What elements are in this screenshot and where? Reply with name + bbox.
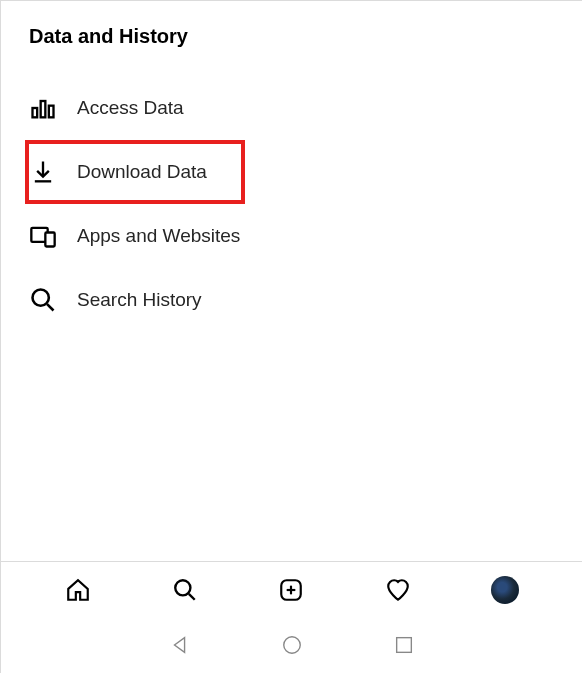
svg-point-9 [175, 580, 190, 595]
system-nav [1, 617, 582, 673]
menu-item-download-data[interactable]: Download Data [25, 140, 245, 204]
svg-rect-6 [45, 233, 54, 247]
bottom-nav [1, 561, 582, 617]
svg-point-15 [283, 637, 300, 654]
new-post-icon[interactable] [277, 576, 305, 604]
search-nav-icon[interactable] [171, 576, 199, 604]
bar-chart-icon [29, 94, 57, 122]
menu-label: Search History [77, 289, 202, 311]
menu-label: Apps and Websites [77, 225, 240, 247]
menu-item-search-history[interactable]: Search History [29, 268, 554, 332]
menu-item-access-data[interactable]: Access Data [29, 76, 554, 140]
home-button[interactable] [280, 633, 304, 657]
svg-line-8 [47, 304, 53, 310]
menu-item-apps-websites[interactable]: Apps and Websites [29, 204, 554, 268]
back-button[interactable] [168, 633, 192, 657]
apps-icon [29, 222, 57, 250]
recents-button[interactable] [392, 633, 416, 657]
content-area: Data and History Access Data Download Da… [1, 1, 582, 332]
svg-rect-0 [33, 108, 38, 117]
svg-line-10 [189, 593, 195, 599]
menu-label: Download Data [77, 161, 207, 183]
profile-avatar[interactable] [491, 576, 519, 604]
search-icon [29, 286, 57, 314]
svg-point-7 [33, 290, 49, 306]
menu-label: Access Data [77, 97, 184, 119]
svg-rect-1 [41, 101, 46, 117]
svg-rect-16 [396, 638, 411, 653]
home-icon[interactable] [64, 576, 92, 604]
svg-marker-14 [174, 638, 184, 653]
heart-icon[interactable] [384, 576, 412, 604]
svg-rect-2 [49, 106, 54, 118]
download-icon [29, 158, 57, 186]
section-title: Data and History [29, 25, 554, 48]
